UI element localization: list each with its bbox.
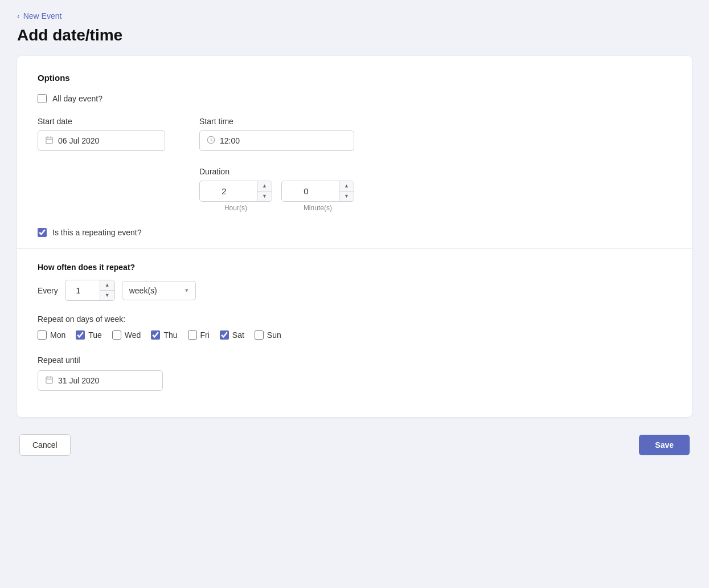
- day-mon-label[interactable]: Mon: [50, 330, 65, 340]
- hours-spinner[interactable]: ▲ ▼: [199, 181, 272, 202]
- day-wed: Wed: [112, 330, 141, 340]
- days-of-week-section: Repeat on days of week: Mon Tue Wed Thu: [38, 315, 671, 340]
- hours-spinner-buttons: ▲ ▼: [257, 181, 272, 201]
- start-date-group: Start date: [38, 117, 165, 212]
- minutes-input[interactable]: [282, 182, 339, 201]
- repeat-frequency-section: How often does it repeat? Every ▲ ▼ day(…: [38, 263, 671, 301]
- svg-rect-0: [46, 137, 52, 144]
- day-tue: Tue: [76, 330, 102, 340]
- days-row: Mon Tue Wed Thu Fri: [38, 330, 671, 340]
- cancel-button[interactable]: Cancel: [19, 434, 71, 456]
- calendar-icon: [45, 136, 54, 146]
- start-date-field[interactable]: [58, 136, 158, 145]
- save-button[interactable]: Save: [639, 435, 690, 455]
- day-sat: Sat: [220, 330, 244, 340]
- minutes-spinner-buttons: ▲ ▼: [339, 181, 354, 201]
- repeat-until-label: Repeat until: [38, 356, 671, 365]
- main-card: Options All day event? Start date Start …: [17, 56, 692, 417]
- duration-label: Duration: [199, 167, 354, 176]
- all-day-row: All day event?: [38, 94, 671, 103]
- chevron-left-icon: ‹: [17, 11, 20, 21]
- frequency-up-button[interactable]: ▲: [100, 280, 114, 291]
- day-sat-checkbox[interactable]: [220, 330, 229, 340]
- repeating-section: Is this a repeating event? How often doe…: [38, 228, 671, 391]
- day-tue-checkbox[interactable]: [76, 330, 85, 340]
- start-date-input[interactable]: [38, 130, 165, 151]
- minutes-spinner-group: ▲ ▼ Minute(s): [281, 181, 354, 212]
- repeating-checkbox-row: Is this a repeating event?: [38, 228, 671, 248]
- day-wed-checkbox[interactable]: [112, 330, 121, 340]
- options-heading: Options: [38, 73, 671, 83]
- hours-up-button[interactable]: ▲: [257, 181, 272, 191]
- days-of-week-label: Repeat on days of week:: [38, 315, 671, 324]
- footer: Cancel Save: [17, 434, 692, 456]
- breadcrumb-label: New Event: [23, 11, 62, 21]
- day-mon: Mon: [38, 330, 65, 340]
- repeat-until-input[interactable]: [38, 370, 163, 391]
- all-day-label[interactable]: All day event?: [52, 94, 103, 103]
- frequency-spinner[interactable]: ▲ ▼: [65, 280, 115, 301]
- hours-spinner-group: ▲ ▼ Hour(s): [199, 181, 272, 212]
- period-select[interactable]: day(s) week(s) month(s) year(s) ▾: [122, 281, 196, 300]
- frequency-down-button[interactable]: ▼: [100, 291, 114, 300]
- minutes-up-button[interactable]: ▲: [339, 181, 354, 191]
- frequency-row: Every ▲ ▼ day(s) week(s) month(s) year(s…: [38, 280, 671, 301]
- duration-inputs: ▲ ▼ Hour(s) ▲ ▼: [199, 181, 354, 212]
- repeat-until-section: Repeat until: [38, 356, 671, 391]
- clock-icon: [207, 136, 215, 146]
- day-wed-label[interactable]: Wed: [125, 330, 141, 340]
- day-fri: Fri: [188, 330, 210, 340]
- repeating-label[interactable]: Is this a repeating event?: [52, 228, 141, 237]
- breadcrumb[interactable]: ‹ New Event: [17, 11, 692, 21]
- hours-down-button[interactable]: ▼: [257, 191, 272, 201]
- day-sun-label[interactable]: Sun: [267, 330, 281, 340]
- day-fri-checkbox[interactable]: [188, 330, 197, 340]
- minutes-spinner[interactable]: ▲ ▼: [281, 181, 354, 202]
- day-tue-label[interactable]: Tue: [88, 330, 102, 340]
- svg-rect-5: [46, 377, 52, 383]
- frequency-spinner-buttons: ▲ ▼: [100, 280, 114, 300]
- day-fri-label[interactable]: Fri: [200, 330, 210, 340]
- page-title: Add date/time: [17, 26, 692, 44]
- day-sat-label[interactable]: Sat: [232, 330, 244, 340]
- day-sun: Sun: [255, 330, 281, 340]
- frequency-input[interactable]: [65, 281, 100, 300]
- repeat-until-calendar-icon: [45, 375, 54, 386]
- minutes-down-button[interactable]: ▼: [339, 191, 354, 201]
- start-time-group: Start time Duration ▲: [199, 117, 354, 212]
- start-time-label: Start time: [199, 117, 354, 126]
- day-thu: Thu: [151, 330, 177, 340]
- all-day-checkbox[interactable]: [38, 94, 47, 103]
- start-time-input[interactable]: [199, 130, 354, 151]
- date-time-row: Start date Start time: [38, 117, 671, 212]
- hours-label: Hour(s): [224, 204, 247, 212]
- start-date-label: Start date: [38, 117, 165, 126]
- day-sun-checkbox[interactable]: [255, 330, 264, 340]
- day-thu-label[interactable]: Thu: [163, 330, 177, 340]
- day-thu-checkbox[interactable]: [151, 330, 160, 340]
- repeating-checkbox[interactable]: [38, 228, 47, 237]
- repeat-until-field[interactable]: [58, 376, 155, 385]
- every-label: Every: [38, 286, 58, 295]
- minutes-label: Minute(s): [304, 204, 332, 212]
- start-time-field[interactable]: [220, 136, 347, 145]
- period-dropdown[interactable]: day(s) week(s) month(s) year(s): [129, 286, 181, 295]
- repeat-frequency-label: How often does it repeat?: [38, 263, 671, 272]
- day-mon-checkbox[interactable]: [38, 330, 47, 340]
- section-divider: [17, 248, 692, 249]
- hours-input[interactable]: [200, 182, 257, 201]
- chevron-down-icon: ▾: [185, 287, 188, 294]
